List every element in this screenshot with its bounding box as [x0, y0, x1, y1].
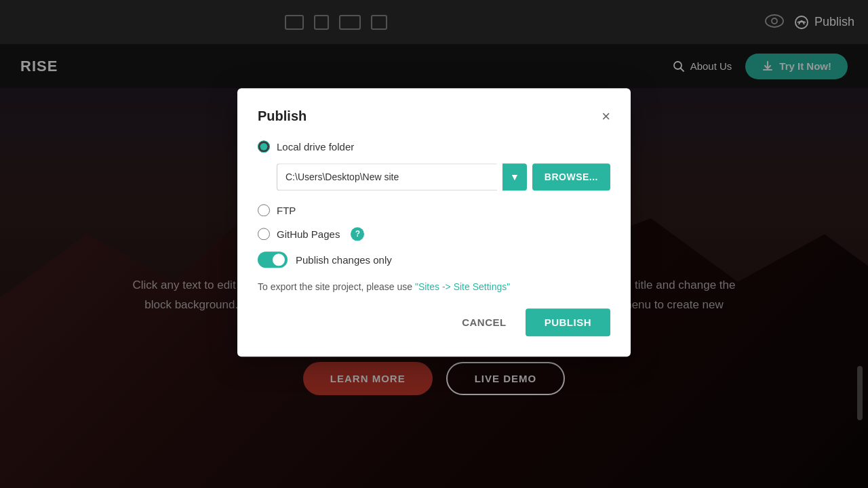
- path-dropdown-button[interactable]: ▼: [502, 163, 527, 190]
- publish-modal: Publish × Local drive folder ▼ BROWSE...…: [237, 88, 631, 357]
- export-note-prefix: To export the site project, please use: [258, 281, 415, 292]
- path-input[interactable]: [277, 163, 497, 190]
- publish-changes-toggle[interactable]: [258, 251, 288, 268]
- github-pages-option[interactable]: GitHub Pages ?: [258, 227, 610, 241]
- github-label: GitHub Pages: [277, 228, 340, 240]
- local-drive-option[interactable]: Local drive folder: [258, 140, 610, 152]
- export-note: To export the site project, please use "…: [258, 281, 610, 292]
- github-radio[interactable]: [258, 228, 270, 240]
- publish-modal-button[interactable]: PUBLISH: [526, 308, 610, 336]
- modal-title: Publish: [258, 108, 307, 124]
- toggle-row: Publish changes only: [258, 251, 610, 268]
- ftp-radio[interactable]: [258, 204, 270, 216]
- dropdown-arrow-icon: ▼: [510, 171, 519, 182]
- modal-header: Publish ×: [258, 108, 610, 124]
- browse-button[interactable]: BROWSE...: [532, 163, 610, 190]
- local-drive-radio[interactable]: [258, 140, 270, 152]
- toggle-slider: [258, 251, 288, 268]
- local-drive-label: Local drive folder: [277, 141, 354, 152]
- close-button[interactable]: ×: [601, 109, 610, 124]
- modal-footer: CANCEL PUBLISH: [258, 308, 610, 336]
- github-help-badge[interactable]: ?: [351, 227, 364, 241]
- site-settings-link[interactable]: "Sites -> Site Settings": [415, 281, 510, 292]
- ftp-option[interactable]: FTP: [258, 204, 610, 216]
- path-row: ▼ BROWSE...: [277, 163, 610, 190]
- cancel-button[interactable]: CANCEL: [451, 310, 517, 335]
- toggle-label: Publish changes only: [296, 254, 392, 266]
- ftp-label: FTP: [277, 205, 296, 216]
